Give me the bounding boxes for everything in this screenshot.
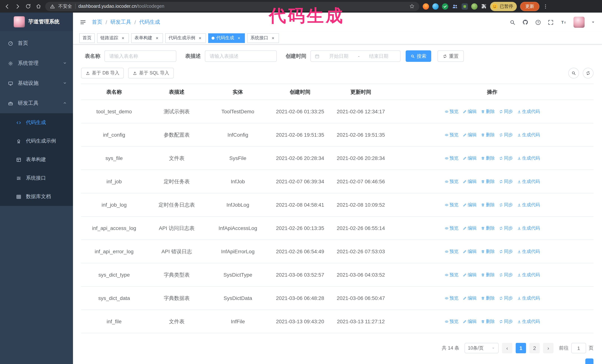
- fullscreen-icon[interactable]: [548, 19, 554, 25]
- delete-link[interactable]: 删除: [481, 224, 495, 232]
- delete-link[interactable]: 删除: [481, 154, 495, 162]
- caret-down-icon[interactable]: [591, 20, 595, 24]
- delete-link[interactable]: 删除: [481, 178, 495, 185]
- edit-link[interactable]: 编辑: [462, 131, 477, 138]
- drop-extension-icon[interactable]: [432, 3, 439, 10]
- preview-link[interactable]: 预览: [444, 224, 458, 232]
- tab-codegen[interactable]: 代码生成×: [208, 33, 245, 43]
- import-db-button[interactable]: 基于 DB 导入: [81, 68, 124, 79]
- sidebar-item-form-builder[interactable]: 表单构建: [0, 150, 73, 169]
- preview-link[interactable]: 预览: [444, 248, 458, 255]
- preview-link[interactable]: 预览: [444, 201, 458, 208]
- breadcrumb-item[interactable]: 研发工具: [110, 19, 131, 26]
- help-icon[interactable]: ?: [535, 19, 541, 25]
- reset-button[interactable]: 重置: [438, 50, 464, 62]
- next-page-button[interactable]: ›: [543, 343, 553, 353]
- leaf-extension-icon[interactable]: [471, 3, 478, 10]
- preview-link[interactable]: 预览: [444, 294, 458, 302]
- generate-link[interactable]: 生成代码: [517, 108, 540, 115]
- page-button-1[interactable]: 1: [516, 343, 526, 353]
- close-icon[interactable]: ×: [270, 35, 276, 41]
- sync-link[interactable]: 同步: [499, 248, 513, 255]
- sync-link[interactable]: 同步: [499, 131, 513, 138]
- back-icon[interactable]: [4, 3, 11, 10]
- delete-link[interactable]: 删除: [481, 271, 495, 279]
- tab-system-api[interactable]: 系统接口×: [247, 33, 279, 43]
- edit-link[interactable]: 编辑: [462, 294, 477, 302]
- table-desc-input[interactable]: [205, 50, 277, 62]
- github-icon[interactable]: [522, 19, 529, 26]
- sidebar-item-system-api[interactable]: 系统接口: [0, 169, 73, 187]
- goto-page-input[interactable]: [571, 343, 586, 353]
- sidebar-item-db-doc[interactable]: 数据库文档: [0, 187, 73, 206]
- people-extension-icon[interactable]: [452, 3, 458, 10]
- delete-link[interactable]: 删除: [481, 108, 495, 115]
- bookmark-star-icon[interactable]: [409, 3, 415, 9]
- generate-link[interactable]: 生成代码: [517, 318, 540, 325]
- sync-link[interactable]: 同步: [499, 154, 513, 162]
- sidebar-item-codegen-example[interactable]: 代码生成示例: [0, 132, 73, 150]
- generate-link[interactable]: 生成代码: [517, 131, 540, 138]
- sync-link[interactable]: 同步: [499, 271, 513, 279]
- search-icon[interactable]: [509, 19, 516, 25]
- sidebar-item-system-management[interactable]: 系统管理: [0, 53, 73, 73]
- generate-link[interactable]: 生成代码: [517, 154, 540, 162]
- preview-link[interactable]: 预览: [444, 178, 458, 185]
- toggle-search-button[interactable]: [568, 68, 579, 79]
- tab-home[interactable]: 首页: [79, 33, 95, 43]
- close-icon[interactable]: ×: [120, 35, 126, 41]
- not-secure-warning-icon[interactable]: [50, 3, 55, 9]
- close-icon[interactable]: ×: [154, 35, 160, 41]
- generate-link[interactable]: 生成代码: [517, 178, 540, 185]
- browser-update-button[interactable]: 更新: [520, 2, 539, 11]
- delete-link[interactable]: 删除: [481, 248, 495, 255]
- edit-link[interactable]: 编辑: [462, 154, 477, 162]
- font-size-icon[interactable]: TT: [560, 19, 567, 25]
- preview-link[interactable]: 预览: [444, 271, 458, 279]
- delete-link[interactable]: 删除: [481, 201, 495, 208]
- flame-extension-icon[interactable]: [423, 3, 429, 10]
- generate-link[interactable]: 生成代码: [517, 224, 540, 232]
- home-icon[interactable]: [35, 3, 42, 10]
- generate-link[interactable]: 生成代码: [517, 201, 540, 208]
- sync-link[interactable]: 同步: [499, 108, 513, 115]
- edit-link[interactable]: 编辑: [462, 248, 477, 255]
- edit-link[interactable]: 编辑: [462, 271, 477, 279]
- edit-link[interactable]: 编辑: [462, 318, 477, 325]
- search-button[interactable]: 搜索: [406, 50, 431, 62]
- tab-form-builder[interactable]: 表单构建×: [131, 33, 163, 43]
- edit-link[interactable]: 编辑: [462, 224, 477, 232]
- edit-link[interactable]: 编辑: [462, 108, 477, 115]
- reload-icon[interactable]: [24, 3, 32, 10]
- page-button-2[interactable]: 2: [529, 343, 540, 353]
- profile-paused-badge[interactable]: 已暂停: [490, 2, 517, 11]
- shield-extension-icon[interactable]: [462, 3, 468, 10]
- edit-link[interactable]: 编辑: [462, 178, 477, 185]
- sidebar-item-infrastructure[interactable]: 基础设施: [0, 73, 73, 93]
- browser-menu-icon[interactable]: [543, 3, 548, 9]
- delete-link[interactable]: 删除: [481, 294, 495, 302]
- sidebar-item-codegen[interactable]: 代码生成: [0, 113, 73, 132]
- delete-link[interactable]: 删除: [481, 131, 495, 138]
- close-icon[interactable]: ×: [236, 35, 242, 41]
- tab-tracing[interactable]: 链路追踪×: [97, 33, 129, 43]
- page-size-select[interactable]: 10条/页: [464, 343, 499, 353]
- app-logo[interactable]: 芋道管理系统: [0, 13, 73, 31]
- check-extension-icon[interactable]: [442, 3, 448, 10]
- table-name-input[interactable]: [105, 50, 176, 62]
- back-to-top-button[interactable]: [585, 358, 593, 364]
- create-time-range-picker[interactable]: 开始日期 - 结束日期: [311, 50, 400, 62]
- preview-link[interactable]: 预览: [444, 108, 458, 115]
- sync-link[interactable]: 同步: [499, 201, 513, 208]
- refresh-table-button[interactable]: [583, 68, 593, 79]
- extensions-menu-icon[interactable]: [481, 3, 487, 9]
- forward-icon[interactable]: [14, 3, 21, 10]
- close-icon[interactable]: ×: [197, 35, 203, 41]
- sync-link[interactable]: 同步: [499, 318, 513, 325]
- sidebar-item-home[interactable]: 首页: [0, 33, 73, 53]
- sync-link[interactable]: 同步: [499, 178, 513, 185]
- breadcrumb-item[interactable]: 首页: [92, 19, 102, 26]
- address-bar[interactable]: 不安全 dashboard.yudao.iocoder.cn/tool/code…: [45, 2, 419, 11]
- tab-codegen-example[interactable]: 代码生成示例×: [165, 33, 206, 43]
- user-avatar[interactable]: [573, 17, 585, 28]
